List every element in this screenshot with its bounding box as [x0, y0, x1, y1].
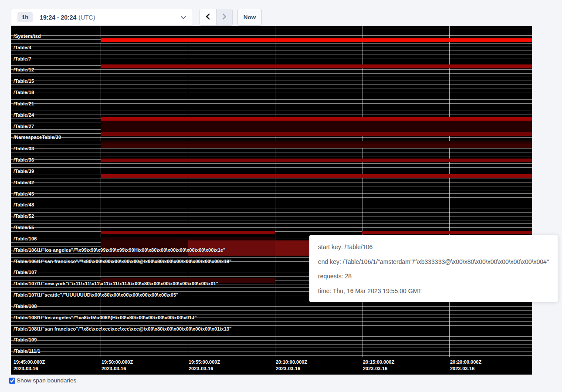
row-label: /Table/106/1/"san francisco"/"\x80\x00\x…	[14, 259, 232, 264]
now-button[interactable]: Now	[237, 9, 262, 26]
span-boundary-line	[11, 111, 532, 111]
row-label: /Table/108/1/"los angeles"/"\xa8\xf5\u00…	[14, 315, 197, 320]
row-label: /Table/108	[14, 304, 37, 309]
span-boundary-line	[11, 355, 532, 356]
span-boundary-line	[11, 303, 532, 303]
row-label: /Table/108/1/"san francisco"/"\x8c\xcc\x…	[14, 326, 232, 331]
row-label: /Table/4	[14, 45, 31, 50]
show-span-boundaries-control[interactable]: Show span boundaries	[9, 377, 76, 384]
span-boundary-line	[11, 197, 532, 198]
key-visualizer-page: 1h 19:24 - 20:24 (UTC) Now /System/tsd/T…	[0, 0, 562, 392]
show-span-boundaries-checkbox[interactable]	[9, 378, 15, 384]
next-range-button[interactable]	[216, 9, 232, 25]
row-label: /System/tsd	[14, 34, 41, 39]
time-nav-group	[200, 9, 233, 26]
span-boundary-line	[11, 81, 532, 81]
span-boundary-line	[11, 306, 532, 307]
time-range-selector[interactable]: 1h 19:24 - 20:24 (UTC)	[11, 9, 193, 26]
span-boundary-line	[11, 28, 532, 28]
span-boundary-line	[11, 212, 532, 213]
span-boundary-line	[11, 310, 532, 311]
chevron-down-icon	[180, 15, 186, 20]
axis-tick: 20:20:00.000Z2023-03-16	[450, 359, 481, 372]
axis-tick: 20:10:00.000Z2023-03-16	[276, 359, 307, 372]
span-boundary-line	[11, 321, 532, 322]
heatmap-band[interactable]	[101, 38, 532, 42]
heatmap-band[interactable]	[101, 132, 532, 136]
tooltip-time: time: Thu, 16 Mar 2023 19:55:00 GMT	[318, 284, 549, 299]
axis-tick: 20:15:00.000Z2023-03-16	[363, 359, 394, 372]
span-boundary-line	[11, 148, 532, 149]
span-boundary-line	[11, 58, 532, 58]
span-boundary-line	[11, 190, 532, 190]
heatmap-band[interactable]	[101, 64, 532, 68]
span-boundary-line	[11, 43, 532, 44]
heatmap-band[interactable]	[101, 237, 275, 240]
axis-tick: 19:55:00.000Z2023-03-16	[189, 359, 220, 372]
span-boundary-line	[11, 54, 532, 54]
span-boundary-line	[11, 171, 532, 171]
time-gridline	[275, 26, 275, 357]
heatmap-band[interactable]	[101, 174, 532, 178]
row-label: /Table/39	[14, 169, 34, 174]
span-boundary-line	[11, 92, 532, 92]
span-boundary-line	[11, 167, 532, 168]
time-gridline	[449, 26, 450, 357]
row-label: /Table/107/1/"new york"/"\x11\x11\x11\x1…	[14, 281, 218, 286]
time-gridline	[362, 26, 362, 357]
span-boundary-line	[11, 216, 532, 216]
span-boundary-line	[11, 325, 532, 326]
previous-range-button[interactable]	[200, 9, 216, 25]
row-label: /Table/27	[14, 124, 34, 129]
axis-tick: 19:45:00.000Z2023-03-16	[14, 359, 45, 372]
span-boundary-line	[11, 99, 532, 100]
key-visualizer-heatmap[interactable]: /System/tsd/Table/4/Table/7/Table/12/Tab…	[11, 26, 532, 375]
span-boundary-line	[11, 115, 532, 115]
row-label: /Table/21	[14, 101, 34, 106]
span-boundary-line	[11, 314, 532, 314]
span-boundary-line	[11, 193, 532, 194]
span-boundary-line	[11, 201, 532, 201]
row-label: /Table/109	[14, 337, 37, 342]
row-label: /Table/48	[14, 202, 34, 207]
span-boundary-line	[11, 51, 532, 51]
heatmap-band[interactable]	[101, 144, 532, 148]
heatmap-band[interactable]	[101, 117, 532, 121]
heatmap-band[interactable]	[101, 121, 532, 132]
span-boundary-line	[11, 186, 532, 186]
time-gridline	[101, 26, 101, 357]
tooltip-start-key: start key: /Table/106	[318, 240, 549, 255]
row-label: /Table/107	[14, 270, 37, 275]
row-label: /Table/12	[14, 67, 34, 72]
row-label: /Table/7	[14, 56, 31, 61]
span-boundary-line	[11, 340, 532, 341]
row-label: /Table/107/1/"seattle"/"UUUUUUD\x00\x80\…	[14, 292, 178, 297]
span-boundary-line	[11, 137, 532, 138]
span-boundary-line	[11, 62, 532, 62]
show-span-boundaries-label: Show span boundaries	[17, 377, 76, 384]
span-boundary-line	[11, 47, 532, 47]
tooltip-end-key: end key: /Table/106/1/"amsterdam"/"\xb33…	[318, 255, 549, 270]
row-label: /Table/18	[14, 90, 34, 95]
row-label: /Table/52	[14, 213, 34, 219]
span-boundary-line	[11, 156, 532, 156]
heatmap-band[interactable]	[101, 231, 275, 234]
row-label: /Table/45	[14, 191, 34, 196]
tooltip-requests: requests: 28	[318, 269, 549, 284]
span-boundary-line	[11, 107, 532, 107]
row-label: /Table/111/1	[14, 348, 41, 354]
span-boundary-line	[11, 84, 532, 85]
heatmap-band[interactable]	[362, 231, 532, 234]
heatmap-band[interactable]	[101, 159, 532, 162]
range-duration-badge: 1h	[17, 12, 33, 22]
row-label: /Table/106/1/"los angeles"/"\x99\x99\x99…	[14, 247, 226, 253]
row-label: /Table/15	[14, 78, 34, 84]
span-boundary-line	[11, 88, 532, 88]
span-boundary-line	[11, 152, 532, 152]
span-boundary-line	[11, 73, 532, 74]
span-boundary-line	[11, 351, 532, 352]
span-boundary-line	[11, 348, 532, 348]
row-label: /Table/33	[14, 146, 34, 151]
chevron-left-icon	[205, 13, 211, 21]
span-boundary-line	[11, 220, 532, 220]
